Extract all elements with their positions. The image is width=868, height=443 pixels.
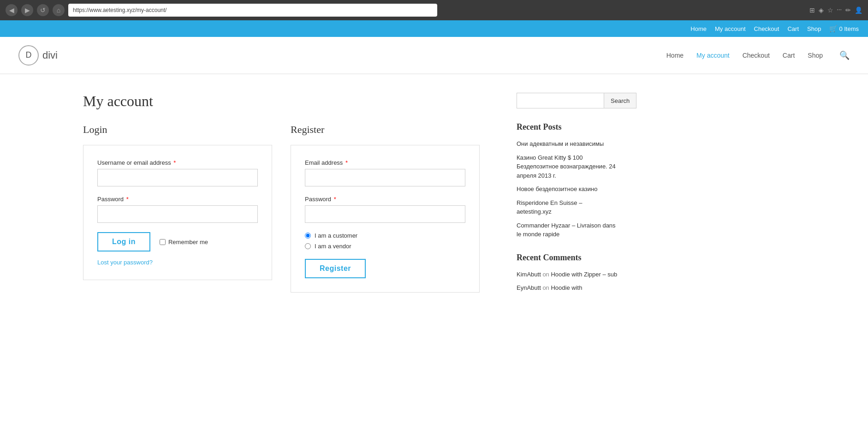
pen-icon[interactable]: ✏ bbox=[845, 6, 851, 14]
login-password-group: Password * bbox=[97, 196, 258, 223]
username-label: Username or email address * bbox=[97, 159, 258, 166]
pocket-icon[interactable]: ◈ bbox=[819, 6, 824, 14]
login-form-box: Username or email address * Password * bbox=[83, 145, 272, 280]
list-item: Risperidone En Suisse – aetesting.xyz bbox=[517, 198, 618, 216]
comment-link-1[interactable]: Hoodie with Zipper – sub bbox=[551, 271, 617, 278]
username-required: * bbox=[173, 159, 176, 166]
comment-on-2: on bbox=[542, 284, 551, 291]
remember-me-label[interactable]: Remember me bbox=[160, 239, 208, 245]
main-nav: Home My account Checkout Cart Shop 🔍 bbox=[666, 50, 850, 60]
login-section-title: Login bbox=[83, 124, 272, 136]
recent-post-link-2[interactable]: Казино Great Kitty $ 100 Бездепозитное в… bbox=[517, 154, 616, 179]
nav-myaccount[interactable]: My account bbox=[696, 52, 730, 59]
username-input[interactable] bbox=[97, 169, 258, 186]
email-input[interactable] bbox=[305, 169, 465, 186]
list-item: Они адекватным и независимы bbox=[517, 139, 618, 149]
top-bar: Home My account Checkout Cart Shop 🛒 0 I… bbox=[0, 20, 868, 37]
register-password-input[interactable] bbox=[305, 205, 465, 223]
customer-radio-label[interactable]: I am a customer bbox=[305, 232, 465, 239]
vendor-radio-label[interactable]: I am a vendor bbox=[305, 243, 465, 250]
page-title: My account bbox=[83, 93, 480, 110]
recent-posts-list: Они адекватным и независимы Казино Great… bbox=[517, 139, 618, 239]
sidebar-search: Search bbox=[517, 93, 618, 108]
nav-shop[interactable]: Shop bbox=[808, 52, 823, 59]
comment-on-1: on bbox=[542, 271, 551, 278]
sidebar-search-button[interactable]: Search bbox=[604, 93, 636, 108]
email-label: Email address * bbox=[305, 159, 465, 166]
vendor-radio[interactable] bbox=[305, 243, 311, 249]
customer-radio[interactable] bbox=[305, 233, 311, 239]
nav-checkout[interactable]: Checkout bbox=[743, 52, 770, 59]
star-icon[interactable]: ☆ bbox=[827, 6, 833, 14]
list-item: Commander Hyzaar – Livraison dans le mon… bbox=[517, 221, 618, 239]
comment-author-1: KimAbutt bbox=[517, 271, 541, 278]
account-columns: Login Username or email address * Passwo… bbox=[83, 124, 480, 293]
top-nav-myaccount[interactable]: My account bbox=[715, 25, 745, 32]
top-nav-checkout[interactable]: Checkout bbox=[754, 25, 779, 32]
logo[interactable]: D divi bbox=[18, 45, 58, 66]
username-group: Username or email address * bbox=[97, 159, 258, 186]
role-radio-group: I am a customer I am a vendor bbox=[305, 232, 465, 250]
user-icon[interactable]: 👤 bbox=[855, 6, 862, 14]
recent-post-link-3[interactable]: Новое бездепозитное казино bbox=[517, 186, 597, 192]
recent-post-link-4[interactable]: Risperidone En Suisse – aetesting.xyz bbox=[517, 199, 582, 216]
home-button[interactable]: ⌂ bbox=[53, 4, 65, 16]
comment-author-2: EynAbutt bbox=[517, 284, 541, 291]
cart-items-count[interactable]: 0 Items bbox=[839, 25, 859, 32]
register-button[interactable]: Register bbox=[305, 259, 366, 278]
browser-right-icons: ⊞ ◈ ☆ ··· ✏ 👤 bbox=[809, 6, 863, 14]
logo-circle: D bbox=[18, 45, 39, 66]
register-section-title: Register bbox=[291, 124, 480, 136]
list-item: EynAbutt on Hoodie with bbox=[517, 283, 618, 293]
sidebar: Search Recent Posts Они адекватным и нез… bbox=[507, 93, 636, 297]
logo-text: divi bbox=[42, 49, 58, 61]
top-nav-home[interactable]: Home bbox=[690, 25, 707, 32]
login-password-label: Password * bbox=[97, 196, 258, 203]
page-wrapper: My account Login Username or email addre… bbox=[0, 74, 868, 316]
recent-comments-list: KimAbutt on Hoodie with Zipper – sub Eyn… bbox=[517, 270, 618, 293]
top-nav-cart[interactable]: Cart bbox=[787, 25, 799, 32]
cart-icon: 🛒 bbox=[829, 25, 837, 33]
forward-button[interactable]: ▶ bbox=[21, 4, 33, 16]
login-password-required: * bbox=[126, 196, 129, 203]
register-password-group: Password * bbox=[305, 196, 465, 223]
cart-link[interactable]: 🛒 0 Items bbox=[829, 25, 859, 33]
remember-me-checkbox[interactable] bbox=[160, 239, 166, 245]
sidebar-search-input[interactable] bbox=[517, 93, 604, 108]
logo-letter: D bbox=[26, 50, 32, 60]
header-search-button[interactable]: 🔍 bbox=[839, 50, 850, 60]
lost-password-link[interactable]: Lost your password? bbox=[97, 259, 258, 266]
main-content: My account Login Username or email addre… bbox=[0, 93, 507, 297]
nav-cart[interactable]: Cart bbox=[783, 52, 795, 59]
register-password-label: Password * bbox=[305, 196, 465, 203]
nav-home[interactable]: Home bbox=[666, 52, 684, 59]
register-form-box: Email address * Password * bbox=[291, 145, 480, 293]
recent-comments-title: Recent Comments bbox=[517, 253, 618, 263]
login-actions: Log in Remember me bbox=[97, 232, 258, 251]
list-item: KimAbutt on Hoodie with Zipper – sub bbox=[517, 270, 618, 279]
comment-link-2[interactable]: Hoodie with bbox=[551, 284, 582, 291]
register-column: Register Email address * Password * bbox=[291, 124, 480, 293]
email-required: * bbox=[345, 159, 348, 166]
login-column: Login Username or email address * Passwo… bbox=[83, 124, 272, 293]
register-password-required: * bbox=[334, 196, 336, 203]
url-text: https://www.aetesting.xyz/my-account/ bbox=[73, 7, 166, 13]
site-header: D divi Home My account Checkout Cart Sho… bbox=[0, 37, 868, 74]
recent-posts-title: Recent Posts bbox=[517, 122, 618, 132]
address-bar[interactable]: https://www.aetesting.xyz/my-account/ bbox=[68, 4, 437, 17]
recent-post-link-1[interactable]: Они адекватным и независимы bbox=[517, 140, 604, 147]
login-password-input[interactable] bbox=[97, 205, 258, 223]
more-icon[interactable]: ··· bbox=[837, 6, 842, 14]
bookmarks-icon[interactable]: ⊞ bbox=[809, 6, 815, 14]
email-group: Email address * bbox=[305, 159, 465, 186]
list-item: Новое бездепозитное казино bbox=[517, 185, 618, 194]
top-nav-shop[interactable]: Shop bbox=[807, 25, 821, 32]
reload-button[interactable]: ↺ bbox=[37, 4, 49, 16]
list-item: Казино Great Kitty $ 100 Бездепозитное в… bbox=[517, 153, 618, 180]
login-button[interactable]: Log in bbox=[97, 232, 150, 251]
recent-post-link-5[interactable]: Commander Hyzaar – Livraison dans le mon… bbox=[517, 222, 616, 238]
browser-chrome: ◀ ▶ ↺ ⌂ https://www.aetesting.xyz/my-acc… bbox=[0, 0, 868, 20]
back-button[interactable]: ◀ bbox=[6, 4, 18, 16]
